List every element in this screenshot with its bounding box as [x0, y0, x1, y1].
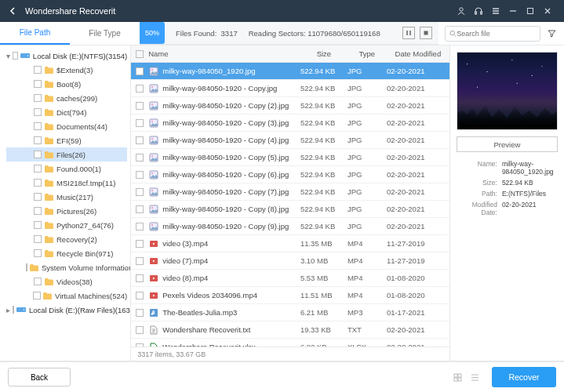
tree-item[interactable]: Virtual Machines(524) — [6, 289, 127, 303]
expand-toggle-icon[interactable]: ▸ — [6, 306, 10, 314]
file-row[interactable]: video (8).mp45.53 MBMP401-08-2020 — [131, 270, 449, 287]
tree-item[interactable]: Documents(44) — [6, 119, 127, 133]
file-checkbox[interactable] — [136, 274, 144, 282]
tree-checkbox[interactable] — [34, 136, 42, 144]
tree-item[interactable]: ▾Local Disk (E:)(NTFS)(3154) — [6, 49, 127, 63]
file-checkbox[interactable] — [136, 85, 144, 93]
folder-tree[interactable]: ▾Local Disk (E:)(NTFS)(3154)$Extend(3)Bo… — [0, 45, 130, 361]
tree-checkbox[interactable] — [34, 179, 42, 187]
file-checkbox[interactable] — [136, 67, 144, 75]
file-row[interactable]: The-Beatles-Julia.mp36.21 MBMP301-17-202… — [131, 304, 449, 321]
file-row[interactable]: milky-way-984050-1920 - Copy (9).jpg522.… — [131, 218, 449, 235]
tree-item[interactable]: Pictures(26) — [6, 204, 127, 218]
file-checkbox[interactable] — [136, 136, 144, 144]
file-row[interactable]: milky-way-984050-1920 - Copy (8).jpg522.… — [131, 201, 449, 218]
search-input[interactable] — [457, 30, 536, 38]
file-checkbox[interactable] — [136, 223, 144, 230]
pause-scan-button[interactable] — [402, 27, 415, 39]
file-row[interactable]: milky-way-984050-1920 - Copy (5).jpg522.… — [131, 149, 449, 166]
file-checkbox[interactable] — [136, 309, 144, 317]
recover-button[interactable]: Recover — [492, 367, 556, 387]
tree-checkbox[interactable] — [34, 108, 42, 116]
file-checkbox[interactable] — [136, 292, 144, 299]
tree-checkbox[interactable] — [34, 193, 42, 201]
tree-item[interactable]: $Extend(3) — [6, 63, 127, 77]
stop-scan-button[interactable] — [420, 27, 432, 39]
tree-checkbox[interactable] — [34, 278, 42, 285]
col-size[interactable]: Size — [300, 49, 347, 58]
tree-checkbox[interactable] — [34, 66, 42, 74]
tree-checkbox[interactable] — [34, 235, 42, 243]
tree-checkbox[interactable] — [34, 151, 42, 158]
file-row[interactable]: Wondershare Recoverit.txt19.33 KBTXT02-2… — [131, 321, 449, 339]
close-icon[interactable] — [539, 2, 556, 20]
back-button[interactable]: Back — [8, 368, 71, 387]
file-row[interactable]: milky-way-984050-1920 - Copy (4).jpg522.… — [131, 132, 449, 149]
file-list[interactable]: milky-way-984050_1920.jpg522.94 KBJPG02-… — [131, 63, 449, 347]
view-list-icon[interactable] — [468, 371, 481, 383]
filter-icon[interactable] — [545, 26, 558, 42]
menu-icon[interactable] — [487, 2, 504, 20]
tree-checkbox[interactable] — [34, 122, 42, 130]
col-type[interactable]: Type — [347, 49, 387, 58]
tree-item[interactable]: Dict(794) — [6, 105, 127, 119]
tree-item[interactable]: Found.000(1) — [6, 162, 127, 176]
tree-item[interactable]: Python27_64(76) — [6, 218, 127, 232]
file-checkbox[interactable] — [136, 326, 144, 334]
tree-item[interactable]: EFI(59) — [6, 133, 127, 147]
preview-button[interactable]: Preview — [457, 136, 558, 152]
tree-item[interactable]: System Volume Information(50) — [6, 260, 127, 274]
file-checkbox[interactable] — [136, 188, 144, 196]
tree-checkbox[interactable] — [34, 249, 42, 257]
file-checkbox[interactable] — [136, 240, 144, 248]
tree-checkbox[interactable] — [13, 306, 14, 314]
tab-file-path[interactable]: File Path — [0, 22, 70, 45]
file-row[interactable]: video (7).mp43.10 MBMP411-27-2019 — [131, 252, 449, 270]
tree-item[interactable]: Recovery(2) — [6, 232, 127, 246]
file-row[interactable]: milky-way-984050-1920 - Copy (7).jpg522.… — [131, 183, 449, 201]
file-checkbox[interactable] — [136, 119, 144, 127]
file-row[interactable]: XWondershare Recoverit.xlsx6.02 KBXLSX02… — [131, 339, 449, 347]
tree-checkbox[interactable] — [34, 207, 42, 215]
col-date[interactable]: Date Modified — [387, 49, 449, 58]
headset-icon[interactable] — [470, 2, 487, 20]
tree-item[interactable]: Videos(38) — [6, 274, 127, 289]
tree-item[interactable]: ▸Local Disk (E:)(Raw Files)(163) — [6, 303, 127, 317]
tree-item[interactable]: caches(299) — [6, 91, 127, 105]
tree-checkbox[interactable] — [33, 292, 40, 299]
minimize-icon[interactable] — [504, 2, 522, 20]
file-row[interactable]: Pexels Videos 2034096.mp411.51 MBMP401-0… — [131, 287, 449, 304]
tree-checkbox[interactable] — [34, 94, 42, 102]
tree-item[interactable]: Music(217) — [6, 190, 127, 204]
select-all-checkbox[interactable] — [136, 50, 144, 58]
tree-checkbox[interactable] — [13, 52, 17, 60]
file-row[interactable]: milky-way-984050_1920.jpg522.94 KBJPG02-… — [131, 63, 449, 80]
folder-icon — [44, 136, 53, 144]
file-checkbox[interactable] — [136, 205, 144, 213]
tree-checkbox[interactable] — [34, 221, 42, 229]
file-row[interactable]: milky-way-984050-1920 - Copy.jpg522.94 K… — [131, 80, 449, 97]
tree-checkbox[interactable] — [26, 263, 27, 271]
file-checkbox[interactable] — [136, 154, 144, 162]
file-checkbox[interactable] — [136, 171, 144, 179]
account-icon[interactable] — [453, 2, 470, 20]
view-grid-icon[interactable] — [451, 371, 464, 383]
tree-item[interactable]: Files(26) — [6, 147, 127, 162]
col-name[interactable]: Name — [148, 49, 300, 58]
back-icon[interactable] — [8, 5, 19, 16]
tree-item[interactable]: MSI218cf.tmp(11) — [6, 176, 127, 190]
tree-checkbox[interactable] — [34, 165, 42, 172]
maximize-icon[interactable] — [522, 2, 539, 20]
expand-toggle-icon[interactable]: ▾ — [6, 52, 10, 60]
tree-checkbox[interactable] — [34, 80, 42, 88]
file-row[interactable]: milky-way-984050-1920 - Copy (3).jpg522.… — [131, 114, 449, 132]
file-checkbox[interactable] — [136, 257, 144, 265]
file-row[interactable]: milky-way-984050-1920 - Copy (6).jpg522.… — [131, 166, 449, 183]
file-checkbox[interactable] — [136, 102, 144, 110]
tab-file-type[interactable]: File Type — [70, 22, 140, 45]
tree-item[interactable]: Recycle Bin(971) — [6, 246, 127, 260]
file-row[interactable]: video (3).mp411.35 MBMP411-27-2019 — [131, 235, 449, 252]
search-box[interactable] — [445, 26, 540, 42]
file-row[interactable]: milky-way-984050-1920 - Copy (2).jpg522.… — [131, 97, 449, 114]
tree-item[interactable]: Boot(8) — [6, 77, 127, 91]
